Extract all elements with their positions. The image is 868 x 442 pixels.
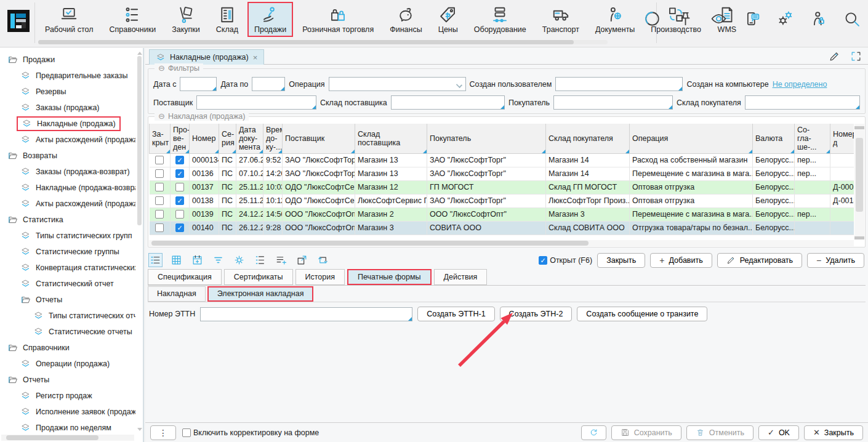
column-header[interactable]: Поставщик [283,124,355,153]
date-to-input[interactable] [252,77,285,91]
funnel-icon[interactable] [212,254,225,267]
sidebar-item-16[interactable]: Типы статистических отчето [0,308,135,324]
sidebar-item-21[interactable]: Регистр продаж [0,388,135,404]
sidebar-item-17[interactable]: Статистические отчеты [0,324,135,340]
refresh-button[interactable] [581,425,606,440]
ribbon-item-documents[interactable]: Документы [589,2,641,37]
ok-button[interactable]: ✓OK [758,425,799,440]
checkbox-unchecked[interactable] [155,196,164,205]
sidebar-horizontal-scrollbar[interactable] [1,435,134,441]
collapse-icon[interactable] [158,111,165,121]
tab-спецификация[interactable]: Спецификация [148,269,222,285]
gear-icon[interactable] [233,254,246,267]
table-horizontal-scrollbar[interactable] [149,240,854,246]
sidebar-item-9[interactable]: Акты расхождений (продажа-в [0,196,135,212]
table-row-00137[interactable]: 00137ПС25.11.2410:03ОДО "ЛюксСофтСерв...… [150,180,854,194]
sidebar-item-18[interactable]: Справочники [0,340,135,356]
tab-действия[interactable]: Действия [434,269,488,285]
tab-накладная[interactable]: Накладная [148,286,206,302]
table-row-00139[interactable]: 00139ПС24.12.2414:56ООО "ЛюксСофтОпт"Маг… [150,207,854,221]
table-row-00136[interactable]: 00136ПС07.10.2414:26ЗАО "ЛюксСофтТорг"Ма… [150,167,854,180]
tab-история[interactable]: История [295,269,345,285]
sidebar-item-3[interactable]: Заказы (продажа) [0,100,135,116]
ribbon-item-equipment[interactable]: Оборудование [467,2,533,37]
sidebar-item-15[interactable]: Отчеты [0,292,135,308]
checkbox-checked[interactable] [175,223,184,232]
checkbox-unchecked[interactable] [155,156,164,164]
save-button[interactable]: Сохранить [611,425,681,440]
delete-button[interactable]: −Удалить [807,253,864,268]
sidebar-item-5[interactable]: Акты расхождений (продажа) [0,132,135,148]
checkbox-checked[interactable] [175,169,184,178]
search-icon[interactable] [843,10,861,28]
ettn-button-0[interactable]: Создать ЭТТН-1 [417,307,494,321]
sidebar-item-6[interactable]: Возвраты [0,148,135,164]
ribbon-item-warehouse[interactable]: Склад [209,2,245,37]
column-header[interactable]: За- крыт [150,124,171,153]
edit-pencil-icon[interactable] [829,50,840,62]
reload-icon[interactable] [316,254,329,267]
table-vertical-scrollbar[interactable] [854,124,864,239]
checkbox-unchecked[interactable] [155,210,164,219]
sidebar-item-0[interactable]: Продажи [0,52,135,68]
close-button[interactable]: ✕Закрыть [804,425,863,440]
sidebar-item-13[interactable]: Конвертация статистических ед [0,260,135,276]
column-header[interactable]: Дата доку- мента [236,124,263,153]
ribbon-item-finance[interactable]: Финансы [383,2,428,37]
table-row-00138[interactable]: 00138ПС25.11.2410:12ОДО "ЛюксСофтСерв...… [150,194,854,207]
feedback-icon[interactable] [743,10,761,28]
checkbox-checked[interactable] [175,196,184,205]
sidebar-vertical-scrollbar[interactable] [137,50,142,432]
ettn-number-input[interactable] [200,307,412,321]
ribbon-item-desktop[interactable]: Рабочий стол [38,2,100,37]
supplier-wh-input[interactable] [391,95,505,110]
collapse-icon[interactable] [158,63,165,73]
date-from-input[interactable] [180,77,217,91]
eye-icon[interactable] [710,10,728,28]
checkbox-unchecked[interactable] [155,183,164,191]
fullscreen-icon[interactable] [850,50,862,62]
supplier-input[interactable] [196,95,316,110]
sidebar-item-11[interactable]: Типы статистических групп [0,228,135,244]
numbered-list-icon[interactable] [254,254,267,267]
edit-button[interactable]: Редактировать [717,253,802,268]
tab-close-icon[interactable] [253,53,258,62]
add-button[interactable]: +Добавить [650,253,712,268]
settings-icon[interactable] [776,10,794,28]
ribbon-item-directory[interactable]: Справочники [102,2,163,37]
sidebar-item-10[interactable]: Статистика [0,212,135,228]
adjustment-checkbox[interactable]: Включить корректировку на форме [182,428,319,437]
buyer-wh-input[interactable] [745,95,860,110]
buyer-input[interactable] [553,95,673,110]
column-header[interactable]: Врем до- ку-... [263,124,283,153]
more-button[interactable]: ⋮ [150,425,176,440]
cancel-button[interactable]: Отменить [686,425,753,440]
table-row-00140[interactable]: 00140ПС26.12.249:28ООО "ЛюксСофтОпт"Мага… [150,221,854,235]
tab-электронная-накладная[interactable]: Электронная накладная [207,286,314,302]
clock-icon[interactable] [643,10,661,28]
sidebar-item-8[interactable]: Накладные (продажа-возврат) [0,180,135,196]
column-header[interactable]: Номер [190,124,219,153]
checkbox-unchecked[interactable] [155,223,164,232]
ribbon-item-prices[interactable]: Цены [432,2,465,37]
add-list-icon[interactable] [275,254,287,267]
ribbon-item-retail[interactable]: Розничная торговля [295,2,380,37]
sidebar-item-23[interactable]: Продажи по неделям [0,420,135,433]
sidebar-item-1[interactable]: Предварительные заказы [0,68,135,84]
column-header[interactable]: Валюта [753,124,795,153]
operation-select[interactable] [329,77,466,91]
tab-печатные-формы[interactable]: Печатные формы [347,269,432,285]
column-header[interactable]: Про- ве- ден [171,124,190,153]
close-record-button[interactable]: Закрыть [597,253,645,268]
sidebar-item-19[interactable]: Операции (продажа) [0,356,135,372]
column-header[interactable]: Склад покупателя [546,124,630,153]
sidebar-item-7[interactable]: Заказы (продажа-возврат) [0,164,135,180]
external-link-icon[interactable] [295,254,308,267]
tab-сертификаты[interactable]: Сертификаты [224,269,293,285]
sidebar-item-12[interactable]: Статистические группы [0,244,135,260]
checkbox-checked[interactable] [175,156,184,164]
user-lock-icon[interactable] [810,10,827,28]
tab-nakladnye-prodazha[interactable]: Накладные (продажа) [149,49,264,65]
column-header[interactable]: Со- гла- ше-... [795,124,830,153]
ribbon-scrollbar[interactable] [38,40,608,44]
